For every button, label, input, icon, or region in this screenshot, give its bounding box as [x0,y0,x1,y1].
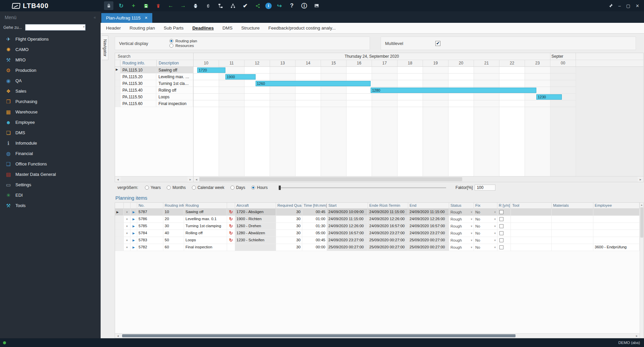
gantt-grid-row[interactable]: ▶PA.1115.10Sawing off [115,67,193,73]
planning-cell-r[interactable] [497,216,511,222]
scroll-up-icon[interactable] [641,203,642,206]
planning-col-tool[interactable]: Tool [511,203,552,208]
gantt-search-label[interactable]: Search [115,53,194,60]
scroll-thumb[interactable] [640,207,643,238]
chevron-down-icon[interactable]: ▾ [471,217,472,221]
planning-col-r[interactable]: R [y/n] [497,203,511,208]
tab-structure[interactable]: Structure [241,26,260,31]
gantt-grid-hscrollbar[interactable] [115,177,194,182]
planning-cell-play[interactable]: ▶ [130,223,137,230]
planning-cell-chev[interactable]: ▾ [124,244,130,251]
close-icon[interactable]: ✕ [636,3,639,8]
planning-cell-r[interactable] [497,244,511,251]
sidebar-item-infomodule[interactable]: ℹInfomodule [0,138,101,148]
print-icon[interactable] [191,1,200,10]
zoom-option-months[interactable]: Months [167,185,185,190]
sidebar-item-dms[interactable]: ❏DMS [0,128,101,138]
navigator-tab[interactable]: Navigator [102,36,108,60]
chevron-down-icon[interactable]: ▾ [494,239,496,242]
planning-col-time[interactable]: Time [hh:mm] [302,203,327,208]
sidebar-item-flight-operations[interactable]: ✈Flight Operations [0,34,101,44]
planning-cell-fix[interactable]: No▾ [474,223,497,230]
sidebar-item-edi[interactable]: ✳EDI [0,190,101,200]
planning-row[interactable]: ▾▶578530Turning 1st clamping↻1260 - Dreh… [115,223,640,230]
planning-cell-status[interactable]: Rough▾ [449,237,474,244]
planning-cell-status[interactable]: Rough▾ [449,223,474,230]
row-checkbox[interactable] [499,224,503,228]
lock-icon[interactable] [104,1,113,10]
planning-cell-fix[interactable]: No▾ [474,209,497,215]
planning-col-no[interactable]: No. [137,203,163,208]
gantt-bar[interactable]: 1900 [225,74,256,80]
chevron-down-icon[interactable]: ▾ [471,210,472,214]
planning-cell-play[interactable]: ▶ [130,209,137,215]
sidebar-item-purchasing[interactable]: ❒Purchasing [0,96,101,107]
sidebar-item-employee[interactable]: ☻Employee [0,117,101,128]
back-icon[interactable]: ← [166,1,175,10]
gantt-bar[interactable]: 1230 [536,94,562,100]
sidebar-item-settings[interactable]: ▭Settings [0,180,101,190]
gantt-bar[interactable]: 1720 [197,67,225,73]
row-checkbox[interactable] [499,238,503,242]
tab-routing-plan[interactable]: Routing plan [129,26,155,31]
sidebar-item-production[interactable]: ⚙Production [0,65,101,76]
sidebar-item-office-functions[interactable]: ❑Office Functions [0,159,101,169]
chevron-down-icon[interactable]: ▾ [494,210,496,214]
zoom-option-hours[interactable]: Hours [251,185,268,190]
attachment-icon[interactable] [203,1,213,10]
planning-cell-play[interactable]: ▶ [130,216,137,222]
planning-col-start[interactable]: Start [327,203,368,208]
planning-row[interactable]: ▾▶578260Final inspection3000:0025/09/202… [115,244,640,251]
scroll-right-icon[interactable] [187,178,193,181]
planning-cell-r[interactable] [497,209,511,215]
faktor-input[interactable]: 100 [475,185,495,191]
gantt-grid-row[interactable]: PA.1115.40Rolling off [115,87,193,94]
save-icon[interactable] [141,1,151,10]
planning-col-fix[interactable]: Fix [474,203,497,208]
scroll-right-icon[interactable] [638,178,643,181]
planning-col-routing[interactable]: Routing [184,203,227,208]
gantt-col-description[interactable]: Description [157,60,194,66]
row-checkbox[interactable] [499,210,503,214]
chevron-down-icon[interactable]: ▾ [471,225,472,228]
doc-tab-plan-auftrag[interactable]: Plan-Auftrag 1115 ✕ [101,13,152,23]
zoom-slider-thumb[interactable] [279,186,281,190]
help-icon[interactable]: ? [287,1,297,10]
planning-cell-fix[interactable]: No▾ [474,237,497,244]
chevron-down-icon[interactable]: ▾ [494,246,496,249]
doc-tab-close-icon[interactable]: ✕ [145,16,148,20]
pin-icon[interactable] [608,3,613,8]
scroll-right-icon[interactable] [634,334,640,338]
zoom-option-days[interactable]: Days [230,185,245,190]
multilevel-checkbox[interactable] [435,41,440,46]
sidebar-item-sales[interactable]: ❖Sales [0,86,101,96]
gantt-bar[interactable]: 1280 [371,88,536,93]
planning-cell-r[interactable] [497,223,511,230]
planning-cell-play[interactable]: ▶ [130,230,137,237]
add-icon[interactable]: + [129,1,138,10]
delete-icon[interactable] [154,1,163,10]
gantt-chart-hscrollbar[interactable] [194,177,643,182]
zoom-option-years[interactable]: Years [145,185,161,190]
planning-hscrollbar[interactable] [115,333,640,338]
chevron-down-icon[interactable]: ▾ [494,225,496,228]
sidebar-item-mro[interactable]: ⚒MRO [0,55,101,65]
planning-row[interactable]: ▾▶578620Levelling max. 0.1↻1900 - Richte… [115,216,640,223]
planning-cell-chev[interactable]: ▾ [124,209,130,215]
planning-cell-chev[interactable]: ▾ [124,237,130,244]
gantt-grid-row[interactable]: PA.1115.20Levelling max. 0.1 [115,73,193,80]
sidebar-item-tools[interactable]: ⚒Tools [0,200,101,211]
planning-col-ende[interactable]: Ende Rüst-Termin [368,203,408,208]
tab-sub-parts[interactable]: Sub Parts [164,26,183,31]
planning-cell-play[interactable]: ▶ [130,244,137,251]
planning-cell-fix[interactable]: No▾ [474,216,497,222]
sidebar-item-master-data-general[interactable]: ▤Master Data General [0,169,101,180]
confirm-icon[interactable]: ✔ [240,1,250,10]
gantt-grid-row[interactable]: PA.1115.60Final inspection [115,100,193,107]
tab-feedback-product-costing-analy[interactable]: Feedback/product costing analy... [268,26,336,31]
gantt-bar[interactable]: 1260 [256,81,371,86]
planning-cell-status[interactable]: Rough▾ [449,216,474,222]
chevron-down-icon[interactable]: ▾ [494,232,496,235]
planning-cell-status[interactable]: Rough▾ [449,230,474,237]
gantt-col-routing-info[interactable]: Routing info. [120,60,157,66]
